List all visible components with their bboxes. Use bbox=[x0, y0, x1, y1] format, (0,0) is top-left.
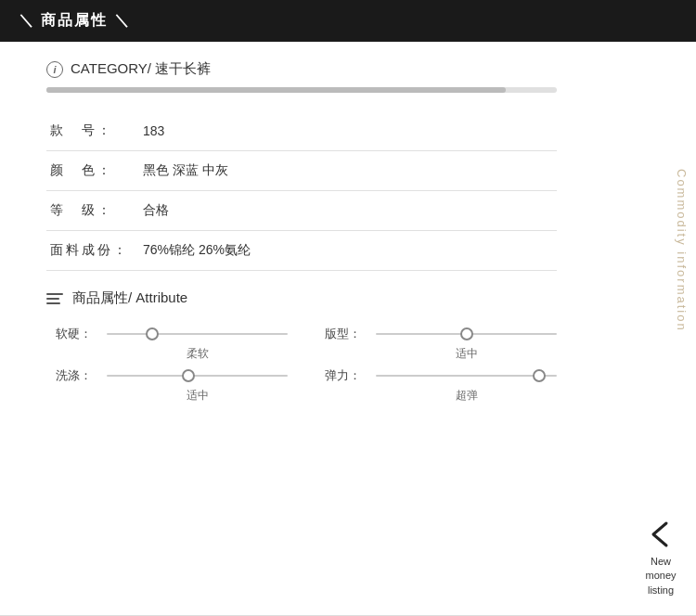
sliders-grid: 软硬： 柔软 版型： 适中 洗涤： 适中 bbox=[46, 326, 557, 409]
progress-bar bbox=[46, 87, 557, 93]
slider-value-label: 适中 bbox=[325, 346, 557, 362]
nav-line-1: New bbox=[651, 556, 671, 567]
slider-row: 弹力： bbox=[325, 367, 557, 384]
table-row: 颜 色： 黑色 深蓝 中灰 bbox=[46, 151, 557, 191]
category-title: i CATEGORY/ 速干长裤 bbox=[46, 60, 557, 78]
slider-thumb[interactable] bbox=[533, 369, 546, 382]
list-icon-line-3 bbox=[46, 302, 60, 304]
slider-value-label: 柔软 bbox=[56, 346, 288, 362]
list-icon-line-2 bbox=[46, 298, 59, 300]
slider-item: 弹力： 超弹 bbox=[325, 367, 557, 404]
arrow-left-icon bbox=[646, 520, 676, 549]
slider-thumb[interactable] bbox=[146, 327, 159, 340]
header-bar: ＼ 商品属性 ＼ bbox=[0, 0, 696, 42]
attribute-section: 商品属性/ Attribute 软硬： 柔软 版型： 适中 洗涤： bbox=[46, 289, 557, 409]
attribute-title-row: 商品属性/ Attribute bbox=[46, 289, 557, 307]
attr-label: 面料成份： bbox=[46, 231, 139, 271]
slider-item: 软硬： 柔软 bbox=[56, 326, 288, 362]
slider-value-label: 适中 bbox=[56, 388, 288, 404]
table-row: 等 级： 合格 bbox=[46, 191, 557, 231]
side-label-text: Commodity information bbox=[675, 169, 689, 332]
nav-label: New money listing bbox=[645, 555, 676, 597]
attributes-table: 款 号： 183 颜 色： 黑色 深蓝 中灰 等 级： 合格 面料成份： 76%… bbox=[46, 111, 557, 271]
slider-track[interactable] bbox=[376, 375, 557, 377]
category-title-text: CATEGORY/ 速干长裤 bbox=[71, 60, 211, 78]
nav-line-3: listing bbox=[648, 584, 674, 596]
list-icon-line-1 bbox=[46, 293, 63, 295]
slider-row: 洗涤： bbox=[56, 367, 288, 384]
slider-track[interactable] bbox=[107, 375, 288, 377]
info-icon: i bbox=[46, 61, 63, 78]
slider-row: 版型： bbox=[325, 326, 557, 342]
attr-value: 黑色 深蓝 中灰 bbox=[139, 151, 557, 191]
slider-label: 洗涤： bbox=[56, 367, 97, 384]
main-content: i CATEGORY/ 速干长裤 款 号： 183 颜 色： 黑色 深蓝 中灰 … bbox=[0, 42, 594, 428]
slider-track[interactable] bbox=[107, 333, 288, 335]
attr-value: 183 bbox=[139, 111, 557, 151]
slider-label: 软硬： bbox=[56, 326, 97, 342]
slider-thumb[interactable] bbox=[182, 369, 195, 382]
attr-label: 款 号： bbox=[46, 111, 139, 151]
slider-label: 版型： bbox=[325, 326, 367, 342]
slider-item: 洗涤： 适中 bbox=[56, 367, 288, 404]
table-row: 面料成份： 76%锦纶 26%氨纶 bbox=[46, 231, 557, 271]
slider-value-label: 超弹 bbox=[325, 388, 557, 404]
slider-thumb[interactable] bbox=[460, 327, 473, 340]
attr-label: 颜 色： bbox=[46, 151, 139, 191]
table-row: 款 号： 183 bbox=[46, 111, 557, 151]
back-arrow[interactable] bbox=[644, 518, 677, 551]
progress-bar-fill bbox=[46, 87, 506, 93]
attr-value: 76%锦纶 26%氨纶 bbox=[139, 231, 557, 271]
slider-row: 软硬： bbox=[56, 326, 288, 342]
slider-item: 版型： 适中 bbox=[325, 326, 557, 362]
bottom-nav[interactable]: New money listing bbox=[644, 518, 677, 597]
side-label: Commodity information bbox=[667, 74, 696, 427]
slider-track[interactable] bbox=[376, 333, 557, 335]
attr-label: 等 级： bbox=[46, 191, 139, 231]
header-title: ＼ 商品属性 ＼ bbox=[19, 12, 131, 28]
attribute-title-text: 商品属性/ Attribute bbox=[72, 289, 187, 307]
slider-label: 弹力： bbox=[325, 367, 367, 384]
list-icon bbox=[46, 293, 63, 304]
nav-line-2: money bbox=[645, 570, 676, 581]
category-section: i CATEGORY/ 速干长裤 bbox=[46, 60, 557, 93]
attr-value: 合格 bbox=[139, 191, 557, 231]
